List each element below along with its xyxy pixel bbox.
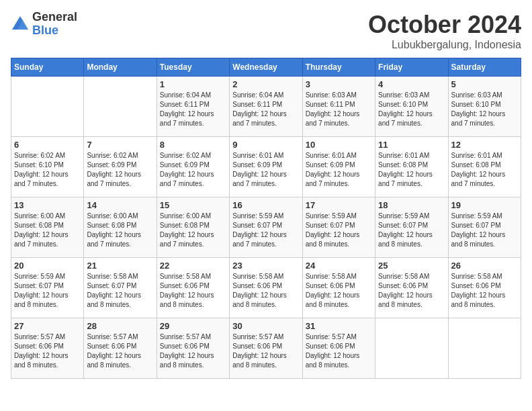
header-row: SundayMondayTuesdayWednesdayThursdayFrid… bbox=[11, 58, 521, 77]
header-day: Thursday bbox=[302, 58, 375, 77]
day-info: Sunrise: 5:59 AM Sunset: 6:07 PM Dayligh… bbox=[14, 272, 81, 310]
day-info: Sunrise: 6:00 AM Sunset: 6:08 PM Dayligh… bbox=[14, 212, 81, 249]
day-info: Sunrise: 5:58 AM Sunset: 6:06 PM Dayligh… bbox=[451, 272, 518, 310]
calendar-cell: 20Sunrise: 5:59 AM Sunset: 6:07 PM Dayli… bbox=[11, 258, 84, 318]
location-subtitle: Lubukbergalung, Indonesia bbox=[368, 39, 521, 51]
day-info: Sunrise: 6:01 AM Sunset: 6:08 PM Dayligh… bbox=[378, 151, 445, 189]
day-info: Sunrise: 6:02 AM Sunset: 6:09 PM Dayligh… bbox=[160, 151, 226, 189]
day-number: 18 bbox=[378, 200, 445, 210]
title-block: October 2024 Lubukbergalung, Indonesia bbox=[368, 11, 521, 51]
calendar-cell: 11Sunrise: 6:01 AM Sunset: 6:08 PM Dayli… bbox=[375, 137, 448, 197]
header-day: Saturday bbox=[448, 58, 521, 77]
day-info: Sunrise: 5:58 AM Sunset: 6:06 PM Dayligh… bbox=[306, 272, 372, 310]
calendar-cell: 13Sunrise: 6:00 AM Sunset: 6:08 PM Dayli… bbox=[11, 197, 84, 258]
day-info: Sunrise: 5:59 AM Sunset: 6:07 PM Dayligh… bbox=[378, 212, 445, 249]
day-number: 26 bbox=[451, 261, 518, 271]
calendar-header: SundayMondayTuesdayWednesdayThursdayFrid… bbox=[11, 58, 521, 77]
day-info: Sunrise: 5:59 AM Sunset: 6:07 PM Dayligh… bbox=[232, 212, 299, 249]
day-info: Sunrise: 6:03 AM Sunset: 6:11 PM Dayligh… bbox=[306, 91, 372, 128]
calendar-cell: 1Sunrise: 6:04 AM Sunset: 6:11 PM Daylig… bbox=[157, 77, 229, 137]
day-number: 6 bbox=[14, 140, 81, 150]
calendar-cell: 14Sunrise: 6:00 AM Sunset: 6:08 PM Dayli… bbox=[84, 197, 157, 258]
day-number: 27 bbox=[14, 321, 81, 331]
day-info: Sunrise: 6:04 AM Sunset: 6:11 PM Dayligh… bbox=[232, 91, 299, 128]
calendar-cell: 27Sunrise: 5:57 AM Sunset: 6:06 PM Dayli… bbox=[11, 318, 84, 379]
day-number: 4 bbox=[378, 79, 445, 89]
day-number: 11 bbox=[378, 140, 445, 150]
calendar-cell: 2Sunrise: 6:04 AM Sunset: 6:11 PM Daylig… bbox=[230, 77, 302, 137]
calendar-cell: 17Sunrise: 5:59 AM Sunset: 6:07 PM Dayli… bbox=[302, 197, 375, 258]
header-day: Monday bbox=[84, 58, 157, 77]
header-day: Sunday bbox=[11, 58, 84, 77]
calendar-cell bbox=[448, 318, 521, 379]
day-info: Sunrise: 6:01 AM Sunset: 6:08 PM Dayligh… bbox=[451, 151, 518, 189]
calendar-cell: 31Sunrise: 5:57 AM Sunset: 6:06 PM Dayli… bbox=[302, 318, 375, 379]
day-number: 28 bbox=[87, 321, 153, 331]
calendar-cell: 24Sunrise: 5:58 AM Sunset: 6:06 PM Dayli… bbox=[302, 258, 375, 318]
day-number: 24 bbox=[306, 261, 372, 271]
day-number: 7 bbox=[87, 140, 153, 150]
calendar-cell: 7Sunrise: 6:02 AM Sunset: 6:09 PM Daylig… bbox=[84, 137, 157, 197]
calendar-cell: 5Sunrise: 6:03 AM Sunset: 6:10 PM Daylig… bbox=[448, 77, 521, 137]
day-number: 17 bbox=[306, 200, 372, 210]
calendar-cell: 3Sunrise: 6:03 AM Sunset: 6:11 PM Daylig… bbox=[302, 77, 375, 137]
day-number: 3 bbox=[306, 79, 372, 89]
day-number: 20 bbox=[14, 261, 81, 271]
page-header: General Blue October 2024 Lubukbergalung… bbox=[11, 11, 521, 51]
day-number: 13 bbox=[14, 200, 81, 210]
calendar-cell: 23Sunrise: 5:58 AM Sunset: 6:06 PM Dayli… bbox=[230, 258, 302, 318]
logo-general-text: General bbox=[32, 11, 77, 24]
day-info: Sunrise: 6:00 AM Sunset: 6:08 PM Dayligh… bbox=[160, 212, 226, 249]
calendar-cell: 21Sunrise: 5:58 AM Sunset: 6:07 PM Dayli… bbox=[84, 258, 157, 318]
header-day: Wednesday bbox=[230, 58, 302, 77]
day-info: Sunrise: 6:00 AM Sunset: 6:08 PM Dayligh… bbox=[87, 212, 153, 249]
calendar-cell: 29Sunrise: 5:57 AM Sunset: 6:06 PM Dayli… bbox=[157, 318, 229, 379]
day-number: 16 bbox=[232, 200, 299, 210]
calendar-cell: 16Sunrise: 5:59 AM Sunset: 6:07 PM Dayli… bbox=[230, 197, 302, 258]
day-info: Sunrise: 5:57 AM Sunset: 6:06 PM Dayligh… bbox=[232, 332, 299, 370]
calendar-cell: 12Sunrise: 6:01 AM Sunset: 6:08 PM Dayli… bbox=[448, 137, 521, 197]
calendar-cell: 22Sunrise: 5:58 AM Sunset: 6:06 PM Dayli… bbox=[157, 258, 229, 318]
header-day: Tuesday bbox=[157, 58, 229, 77]
day-number: 10 bbox=[306, 140, 372, 150]
day-number: 2 bbox=[232, 79, 299, 89]
day-info: Sunrise: 5:59 AM Sunset: 6:07 PM Dayligh… bbox=[451, 212, 518, 249]
calendar-cell bbox=[11, 77, 84, 137]
month-title: October 2024 bbox=[368, 11, 521, 39]
header-day: Friday bbox=[375, 58, 448, 77]
calendar-table: SundayMondayTuesdayWednesdayThursdayFrid… bbox=[11, 58, 521, 379]
calendar-cell: 8Sunrise: 6:02 AM Sunset: 6:09 PM Daylig… bbox=[157, 137, 229, 197]
calendar-cell: 28Sunrise: 5:57 AM Sunset: 6:06 PM Dayli… bbox=[84, 318, 157, 379]
calendar-week-row: 1Sunrise: 6:04 AM Sunset: 6:11 PM Daylig… bbox=[11, 77, 521, 137]
day-info: Sunrise: 6:02 AM Sunset: 6:10 PM Dayligh… bbox=[14, 151, 81, 189]
calendar-body: 1Sunrise: 6:04 AM Sunset: 6:11 PM Daylig… bbox=[11, 77, 521, 379]
calendar-cell: 25Sunrise: 5:58 AM Sunset: 6:06 PM Dayli… bbox=[375, 258, 448, 318]
day-number: 14 bbox=[87, 200, 153, 210]
calendar-cell: 4Sunrise: 6:03 AM Sunset: 6:10 PM Daylig… bbox=[375, 77, 448, 137]
calendar-cell: 10Sunrise: 6:01 AM Sunset: 6:09 PM Dayli… bbox=[302, 137, 375, 197]
day-number: 9 bbox=[232, 140, 299, 150]
day-info: Sunrise: 5:57 AM Sunset: 6:06 PM Dayligh… bbox=[160, 332, 226, 370]
logo-icon bbox=[11, 15, 30, 34]
day-number: 8 bbox=[160, 140, 226, 150]
day-info: Sunrise: 6:01 AM Sunset: 6:09 PM Dayligh… bbox=[232, 151, 299, 189]
day-number: 22 bbox=[160, 261, 226, 271]
calendar-week-row: 6Sunrise: 6:02 AM Sunset: 6:10 PM Daylig… bbox=[11, 137, 521, 197]
day-info: Sunrise: 6:04 AM Sunset: 6:11 PM Dayligh… bbox=[160, 91, 226, 128]
calendar-cell: 15Sunrise: 6:00 AM Sunset: 6:08 PM Dayli… bbox=[157, 197, 229, 258]
day-number: 30 bbox=[232, 321, 299, 331]
day-info: Sunrise: 5:58 AM Sunset: 6:06 PM Dayligh… bbox=[232, 272, 299, 310]
day-info: Sunrise: 6:03 AM Sunset: 6:10 PM Dayligh… bbox=[451, 91, 518, 128]
day-info: Sunrise: 5:57 AM Sunset: 6:06 PM Dayligh… bbox=[14, 332, 81, 370]
logo: General Blue bbox=[11, 11, 77, 38]
day-number: 5 bbox=[451, 79, 518, 89]
day-number: 21 bbox=[87, 261, 153, 271]
day-number: 23 bbox=[232, 261, 299, 271]
day-number: 19 bbox=[451, 200, 518, 210]
calendar-cell: 6Sunrise: 6:02 AM Sunset: 6:10 PM Daylig… bbox=[11, 137, 84, 197]
day-number: 12 bbox=[451, 140, 518, 150]
day-info: Sunrise: 5:59 AM Sunset: 6:07 PM Dayligh… bbox=[306, 212, 372, 249]
day-info: Sunrise: 5:58 AM Sunset: 6:06 PM Dayligh… bbox=[378, 272, 445, 310]
day-number: 31 bbox=[306, 321, 372, 331]
day-info: Sunrise: 5:58 AM Sunset: 6:06 PM Dayligh… bbox=[160, 272, 226, 310]
